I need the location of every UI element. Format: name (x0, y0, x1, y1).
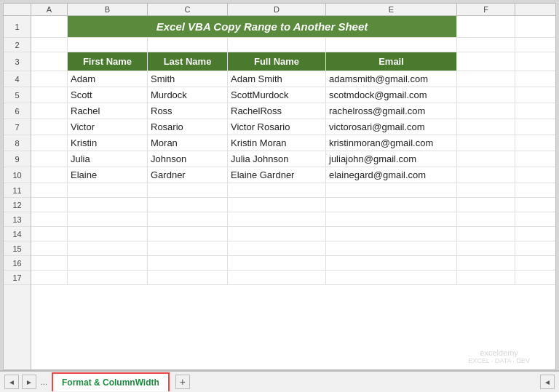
cell-b6[interactable]: Rachel (68, 103, 148, 119)
row-num-5[interactable]: 5 (4, 87, 31, 103)
cell-a2[interactable] (31, 38, 68, 52)
row-6: Rachel Ross RachelRoss rachelross@gmail.… (31, 103, 555, 119)
tab-nav-next[interactable]: ► (22, 375, 36, 389)
row-16 (31, 256, 555, 271)
cell-b4[interactable]: Adam (68, 71, 148, 87)
row-num-4[interactable]: 4 (4, 71, 31, 87)
cell-b9[interactable]: Julia (68, 151, 148, 167)
cell-a11[interactable] (31, 183, 68, 197)
row-14 (31, 227, 555, 241)
col-header-f[interactable]: F (457, 4, 515, 15)
cell-d7[interactable]: Victor Rosario (228, 119, 326, 135)
row-11 (31, 183, 555, 198)
cell-title[interactable]: Excel VBA Copy Range to Another Sheet (68, 16, 457, 37)
row-num-13[interactable]: 13 (4, 212, 31, 227)
cell-c7[interactable]: Rosario (148, 119, 228, 135)
cell-f8[interactable] (457, 135, 515, 151)
cell-b3[interactable]: First Name (68, 52, 148, 71)
cell-c2[interactable] (148, 38, 228, 52)
cell-e9[interactable]: juliajohn@gmail.com (326, 151, 457, 167)
cell-a9[interactable] (31, 151, 68, 167)
row-4: Adam Smith Adam Smith adamsmith@gmail.co… (31, 71, 555, 87)
cell-a1[interactable] (31, 16, 68, 37)
cell-a4[interactable] (31, 71, 68, 87)
row-num-14[interactable]: 14 (4, 227, 31, 241)
cell-b8[interactable]: Kristin (68, 135, 148, 151)
row-10: Elaine Gardner Elaine Gardner elainegard… (31, 167, 555, 183)
add-sheet-button[interactable]: + (175, 375, 190, 389)
cell-a6[interactable] (31, 103, 68, 119)
cell-d2[interactable] (228, 38, 326, 52)
tab-bar: ◄ ► ... Format & ColumnWidth + ◄ (0, 370, 559, 392)
col-header-d[interactable]: D (228, 4, 326, 15)
row-num-15[interactable]: 15 (4, 241, 31, 256)
cell-d6[interactable]: RachelRoss (228, 103, 326, 119)
row-12 (31, 198, 555, 212)
row-num-11[interactable]: 11 (4, 183, 31, 198)
col-header-b[interactable]: B (68, 4, 148, 15)
row-num-2[interactable]: 2 (4, 38, 31, 52)
row-9: Julia Johnson Julia Johnson juliajohn@gm… (31, 151, 555, 167)
row-num-3[interactable]: 3 (4, 52, 31, 71)
col-header-e[interactable]: E (326, 4, 457, 15)
cell-c8[interactable]: Moran (148, 135, 228, 151)
tab-nav-prev[interactable]: ◄ (4, 375, 19, 389)
cell-c10[interactable]: Gardner (148, 167, 228, 183)
cell-b10[interactable]: Elaine (68, 167, 148, 183)
cell-e3[interactable]: Email (326, 52, 457, 71)
col-header-c[interactable]: C (148, 4, 228, 15)
cell-f3[interactable] (457, 52, 515, 71)
row-num-6[interactable]: 6 (4, 103, 31, 119)
cell-a5[interactable] (31, 87, 68, 103)
cell-b2[interactable] (68, 38, 148, 52)
cell-b7[interactable]: Victor (68, 119, 148, 135)
col-header-a[interactable]: A (31, 4, 68, 15)
cell-c4[interactable]: Smith (148, 71, 228, 87)
row-num-1[interactable]: 1 (4, 16, 31, 38)
cell-f7[interactable] (457, 119, 515, 135)
cell-d8[interactable]: Kristin Moran (228, 135, 326, 151)
row-num-17[interactable]: 17 (4, 271, 31, 285)
cell-a7[interactable] (31, 119, 68, 135)
row-num-16[interactable]: 16 (4, 256, 31, 271)
row-num-10[interactable]: 10 (4, 167, 31, 183)
cell-f6[interactable] (457, 103, 515, 119)
row-17 (31, 271, 555, 285)
row-num-9[interactable]: 9 (4, 151, 31, 167)
cell-d3[interactable]: Full Name (228, 52, 326, 71)
row-num-7[interactable]: 7 (4, 119, 31, 135)
cell-e10[interactable]: elainegard@gmail.com (326, 167, 457, 183)
cell-d9[interactable]: Julia Johnson (228, 151, 326, 167)
cell-c5[interactable]: Murdock (148, 87, 228, 103)
cell-e2[interactable] (326, 38, 457, 52)
cell-d10[interactable]: Elaine Gardner (228, 167, 326, 183)
spreadsheet: A B C D E F 1 2 3 4 5 6 7 8 9 10 11 12 1… (3, 3, 556, 370)
cell-f2[interactable] (457, 38, 515, 52)
cell-a3[interactable] (31, 52, 68, 71)
cell-a10[interactable] (31, 167, 68, 183)
row-1: Excel VBA Copy Range to Another Sheet (31, 16, 555, 38)
row-num-12[interactable]: 12 (4, 198, 31, 212)
cell-c6[interactable]: Ross (148, 103, 228, 119)
tab-scroll-left[interactable]: ◄ (540, 375, 555, 389)
sheet-tab-format[interactable]: Format & ColumnWidth (52, 372, 170, 391)
cell-e4[interactable]: adamsmith@gmail.com (326, 71, 457, 87)
cell-f4[interactable] (457, 71, 515, 87)
cell-e5[interactable]: scotmdock@gmail.com (326, 87, 457, 103)
cell-d4[interactable]: Adam Smith (228, 71, 326, 87)
cell-e6[interactable]: rachelross@gmail.com (326, 103, 457, 119)
cell-e7[interactable]: victorosari@gmail.com (326, 119, 457, 135)
cell-a8[interactable] (31, 135, 68, 151)
row-7: Victor Rosario Victor Rosario victorosar… (31, 119, 555, 135)
cell-c9[interactable]: Johnson (148, 151, 228, 167)
cell-f5[interactable] (457, 87, 515, 103)
cell-f1[interactable] (457, 16, 515, 37)
cell-b5[interactable]: Scott (68, 87, 148, 103)
cell-d5[interactable]: ScottMurdock (228, 87, 326, 103)
cell-c3[interactable]: Last Name (148, 52, 228, 71)
row-num-8[interactable]: 8 (4, 135, 31, 151)
cell-f10[interactable] (457, 167, 515, 183)
row-8: Kristin Moran Kristin Moran kristinmoran… (31, 135, 555, 151)
cell-e8[interactable]: kristinmoran@gmail.com (326, 135, 457, 151)
cell-f9[interactable] (457, 151, 515, 167)
